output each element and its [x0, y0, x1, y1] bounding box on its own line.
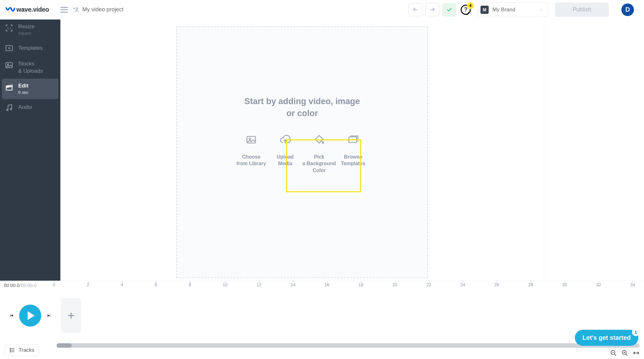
ruler-tick: 2 [87, 282, 89, 287]
timeline-footer: Tracks [0, 341, 644, 359]
zoom-out-button[interactable] [610, 350, 617, 356]
add-collaborator-icon[interactable] [72, 6, 79, 13]
avatar-chevron-down-icon[interactable] [636, 8, 640, 12]
image-icon [246, 133, 257, 147]
redo-button[interactable] [425, 3, 439, 16]
timeline: 00:00.0/00:00.0 024681012141618202224262… [0, 281, 644, 359]
tracks-label: Tracks [19, 347, 34, 353]
ruler-tick: 20 [392, 282, 397, 287]
svg-point-7 [8, 64, 9, 65]
brand-selector[interactable]: M My Brand [478, 3, 548, 17]
zoom-in-button[interactable] [621, 350, 628, 356]
option-choose-library[interactable]: Choose from Library [234, 133, 268, 174]
plus-icon [67, 311, 75, 320]
publish-label: Publish [573, 6, 591, 13]
get-started-badge: 1 [632, 328, 640, 336]
opt-line: Choose [242, 154, 261, 160]
left-sidebar: 1:1 Resize Square Templates Stocks & Upl… [0, 20, 60, 281]
resize-icon: 1:1 [4, 23, 14, 33]
main-area: 1:1 Resize Square Templates Stocks & Upl… [0, 20, 644, 281]
ruler-tick: 8 [189, 282, 191, 287]
ruler-tick: 34 [630, 282, 635, 287]
get-started-label: Let's get started [582, 334, 631, 341]
ruler-tick: 0 [53, 282, 55, 287]
undo-button[interactable] [408, 3, 422, 16]
ruler-ticks: 0246810121416182022242628303234 [53, 281, 644, 289]
brand-chip: M [480, 6, 489, 14]
transport-controls [0, 305, 60, 327]
skip-back-icon[interactable] [9, 313, 14, 318]
avatar[interactable]: D [621, 3, 634, 16]
add-clip-button[interactable] [61, 298, 81, 333]
sidebar-sublabel: 0 sec [18, 90, 29, 95]
music-icon [4, 103, 14, 112]
chevron-down-icon [540, 8, 543, 12]
ruler-tick: 14 [291, 282, 296, 287]
svg-point-18 [10, 348, 11, 349]
ruler-tick: 30 [562, 282, 567, 287]
ruler-tick: 32 [596, 282, 601, 287]
timecode: 00:00.0/00:00.0 [4, 283, 36, 288]
zoom-controls [610, 350, 640, 356]
ruler-tick: 18 [358, 282, 364, 287]
sidebar-label: Resize [18, 23, 35, 31]
brand-label: My Brand [492, 7, 540, 13]
tracks-button[interactable]: Tracks [4, 344, 39, 356]
canvas-area: Start by adding video, image or color Ch… [60, 20, 544, 281]
project-title[interactable]: My video project [82, 6, 124, 13]
ruler-tick: 26 [494, 282, 499, 287]
play-button[interactable] [19, 305, 41, 327]
ruler-tick: 10 [223, 282, 228, 287]
sidebar-item-edit[interactable]: Edit 0 sec [2, 79, 58, 99]
top-bar: wave.video My video project ? 4 M My Bra… [0, 0, 644, 20]
timeline-scrollbar[interactable] [57, 343, 640, 348]
sidebar-label: Templates [18, 45, 42, 52]
ruler-tick: 12 [257, 282, 262, 287]
help-badge: 4 [467, 2, 474, 9]
svg-point-10 [10, 108, 12, 110]
menu-icon[interactable] [60, 7, 68, 13]
opt-line: from Library [236, 160, 266, 167]
sidebar-item-stocks[interactable]: Stocks & Uploads [0, 57, 60, 79]
templates-icon [4, 43, 14, 53]
clapperboard-icon [4, 82, 14, 92]
sidebar-label: Audio [18, 104, 32, 111]
fit-width-button[interactable] [633, 350, 640, 356]
play-icon [28, 311, 35, 320]
right-panel [544, 20, 644, 281]
saved-indicator [442, 3, 456, 16]
sidebar-sublabel: Square [18, 31, 35, 36]
ruler-tick: 16 [325, 282, 330, 287]
sidebar-item-audio[interactable]: Audio [0, 99, 60, 116]
time-current: 00:00.0 [4, 283, 19, 288]
tracks-icon [9, 347, 15, 353]
publish-button[interactable]: Publish [555, 3, 609, 17]
get-started-widget[interactable]: Let's get started 1 [575, 330, 638, 346]
logo-text: wave.video [16, 6, 49, 13]
help-button[interactable]: ? 4 [461, 5, 471, 15]
avatar-initial: D [625, 6, 630, 13]
image-icon [4, 60, 14, 70]
ruler[interactable]: 00:00.0/00:00.0 024681012141618202224262… [0, 281, 644, 289]
svg-marker-5 [8, 47, 11, 49]
ruler-tick: 22 [426, 282, 431, 287]
heading-line: or color [286, 109, 318, 118]
svg-line-25 [614, 354, 616, 356]
logo-mark-icon [6, 6, 15, 13]
skip-forward-icon[interactable] [47, 313, 51, 318]
ruler-tick: 4 [121, 282, 123, 287]
sidebar-item-templates[interactable]: Templates [0, 40, 60, 57]
time-total: /00:00.0 [19, 283, 36, 288]
heading-line: Start by adding video, image [244, 97, 360, 106]
ruler-tick: 24 [460, 282, 465, 287]
tutorial-highlight [286, 139, 361, 192]
svg-point-20 [10, 350, 11, 351]
svg-point-9 [7, 109, 8, 111]
sidebar-label: Stocks & Uploads [18, 60, 43, 75]
sidebar-item-resize[interactable]: 1:1 Resize Square [0, 20, 60, 40]
sidebar-label: Edit [18, 82, 29, 90]
svg-point-2 [76, 8, 78, 9]
svg-point-12 [249, 138, 251, 139]
track-row [0, 289, 644, 341]
scrollbar-thumb[interactable] [57, 343, 72, 348]
